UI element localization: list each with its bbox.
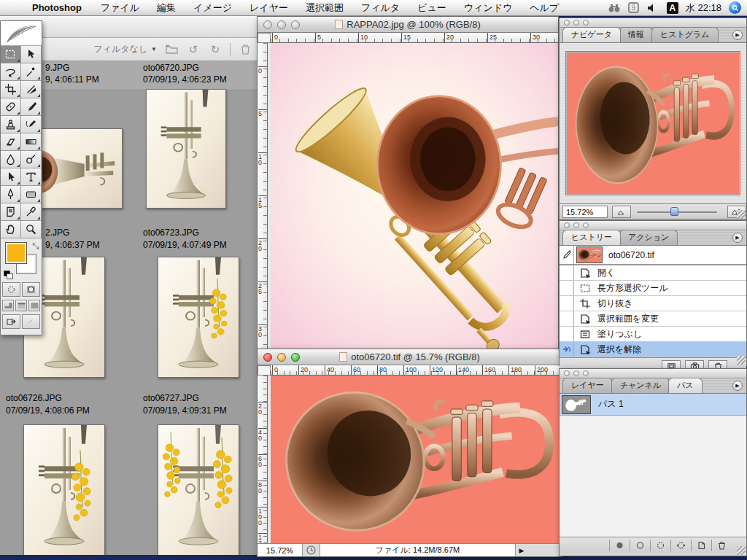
file-name[interactable]: oto06720.JPG — [143, 63, 199, 73]
new-path-button[interactable] — [691, 540, 711, 551]
tab-actions[interactable]: アクション — [619, 230, 678, 245]
navigator-zoom-slider[interactable] — [634, 206, 720, 218]
oto06720-canvas[interactable] — [271, 376, 562, 543]
palette-menu-button[interactable]: ▶ — [732, 30, 743, 40]
set-source-well[interactable] — [560, 296, 574, 311]
path-row-selected[interactable]: パス 1 — [560, 394, 746, 416]
palette-menu-button[interactable]: ▶ — [732, 381, 743, 391]
set-source-well[interactable] — [560, 265, 574, 280]
tool-pen[interactable] — [1, 186, 21, 203]
volume-icon[interactable] — [646, 2, 659, 14]
history-state-deselect-current[interactable]: 選択を解除 — [560, 342, 746, 357]
classic-environment-icon[interactable]: 9 — [628, 2, 639, 13]
tool-lasso[interactable] — [1, 63, 21, 81]
palette-minimize-button[interactable] — [573, 222, 579, 228]
rappa02-canvas[interactable] — [271, 43, 558, 349]
tool-history-brush[interactable] — [21, 116, 42, 133]
thumbnail-oto06727[interactable] — [158, 257, 239, 378]
tool-zoom[interactable] — [21, 221, 42, 238]
ruler-origin-box[interactable] — [258, 33, 271, 43]
menu-layer[interactable]: レイヤー — [241, 0, 297, 16]
tool-eraser[interactable] — [1, 133, 21, 151]
binoculars-icon[interactable] — [608, 2, 621, 14]
standard-mode-button[interactable] — [2, 282, 20, 297]
quick-mask-mode-button[interactable] — [22, 282, 40, 297]
history-state-marquee[interactable]: 長方形選択ツール — [560, 281, 746, 296]
menu-filter[interactable]: フィルタ — [352, 0, 409, 16]
load-selection-button[interactable] — [650, 540, 670, 551]
input-method-icon[interactable]: A — [667, 2, 678, 14]
history-brush-source-well[interactable] — [560, 246, 574, 264]
tool-eyedropper[interactable] — [21, 203, 42, 221]
oto06720-titlebar[interactable]: oto06720.tif @ 15.7% (RGB/8) — [258, 349, 562, 365]
tab-info[interactable]: 情報 — [619, 27, 653, 42]
palette-close-button[interactable] — [564, 370, 570, 376]
navigator-zoom-field[interactable]: 15.72% — [562, 206, 608, 218]
imageready-feather-icon[interactable] — [22, 314, 40, 329]
thumbnail-trumpet-flowers-warm[interactable] — [23, 424, 105, 555]
rotate-ccw-button[interactable]: ↺ — [186, 42, 201, 57]
current-state-marker[interactable] — [560, 342, 574, 357]
slider-thumb[interactable] — [670, 207, 678, 216]
default-colors-icon[interactable] — [4, 271, 14, 279]
file-name[interactable]: oto06723.JPG — [143, 228, 199, 238]
tool-slice[interactable] — [21, 81, 42, 98]
rotate-cw-button[interactable]: ↻ — [208, 42, 222, 57]
tool-crop[interactable] — [1, 81, 21, 98]
tab-paths[interactable]: パス — [668, 378, 703, 393]
set-source-well[interactable] — [560, 327, 574, 341]
history-state-modify-selection[interactable]: 選択範囲を変更 — [560, 311, 746, 327]
palette-zoom-button[interactable] — [583, 20, 589, 26]
fill-path-button[interactable] — [609, 540, 630, 551]
tool-notes[interactable] — [1, 203, 21, 221]
history-state-open[interactable]: 開く — [560, 265, 746, 281]
palette-close-button[interactable] — [564, 20, 570, 26]
tool-path-selection[interactable] — [1, 168, 21, 186]
history-state-crop[interactable]: 切り抜き — [560, 296, 746, 311]
palette-minimize-button[interactable] — [573, 370, 579, 376]
fullscreen-button[interactable] — [28, 300, 40, 311]
set-source-well[interactable] — [560, 281, 574, 295]
new-folder-button[interactable] — [164, 42, 179, 57]
history-state-fill[interactable]: 塗りつぶし — [560, 327, 746, 342]
stroke-path-button[interactable] — [630, 540, 650, 551]
resize-grip[interactable] — [737, 546, 746, 555]
jump-to-imageready-button[interactable] — [2, 314, 20, 329]
palette-zoom-button[interactable] — [583, 370, 589, 376]
file-name[interactable]: 2.JPG — [45, 228, 69, 238]
file-size-readout[interactable]: ファイル: 14.2M/8.67M — [320, 544, 516, 556]
rappa02-titlebar[interactable]: RAPPA02.jpg @ 100% (RGB/8) — [258, 17, 558, 33]
tool-clone-stamp[interactable] — [1, 116, 21, 133]
palette-close-button[interactable] — [564, 222, 570, 228]
thumbnail-trumpet-flowers-white[interactable] — [158, 424, 239, 555]
ruler-origin-box[interactable] — [258, 365, 271, 376]
tool-healing-brush[interactable] — [1, 98, 21, 116]
delete-path-button[interactable] — [711, 540, 732, 551]
navigator-proxy-view[interactable] — [566, 52, 740, 195]
zoom-field[interactable]: 15.72% — [258, 544, 303, 556]
menu-edit[interactable]: 編集 — [148, 0, 185, 16]
menu-select[interactable]: 選択範囲 — [297, 0, 352, 16]
menu-image[interactable]: イメージ — [185, 0, 241, 16]
menu-window[interactable]: ウィンドウ — [455, 0, 522, 16]
palette-zoom-button[interactable] — [583, 222, 589, 228]
tool-rectangular-marquee[interactable] — [1, 46, 21, 63]
tool-blur[interactable] — [1, 151, 21, 168]
history-snapshot-row[interactable]: oto06720.tif — [560, 246, 746, 265]
tool-hand[interactable] — [1, 221, 21, 238]
resize-grip[interactable] — [737, 356, 746, 365]
tool-dodge[interactable] — [21, 151, 42, 168]
tool-gradient[interactable] — [21, 133, 42, 151]
tool-move[interactable] — [21, 46, 42, 63]
standard-screen-button[interactable] — [2, 300, 14, 311]
photoshop-feather-logo[interactable] — [1, 21, 42, 46]
tab-navigator[interactable]: ナビゲータ — [562, 27, 621, 42]
menu-photoshop[interactable]: Photoshop — [22, 0, 92, 16]
menu-file[interactable]: ファイル — [92, 0, 148, 16]
foreground-color-swatch[interactable] — [6, 243, 26, 263]
file-name[interactable]: oto06727.JPG — [143, 393, 199, 403]
fullscreen-with-menu-button[interactable] — [15, 300, 27, 311]
make-work-path-button[interactable] — [670, 540, 691, 551]
thumbnail-oto06723[interactable] — [146, 89, 226, 209]
tab-histogram[interactable]: ヒストグラム — [651, 27, 719, 42]
